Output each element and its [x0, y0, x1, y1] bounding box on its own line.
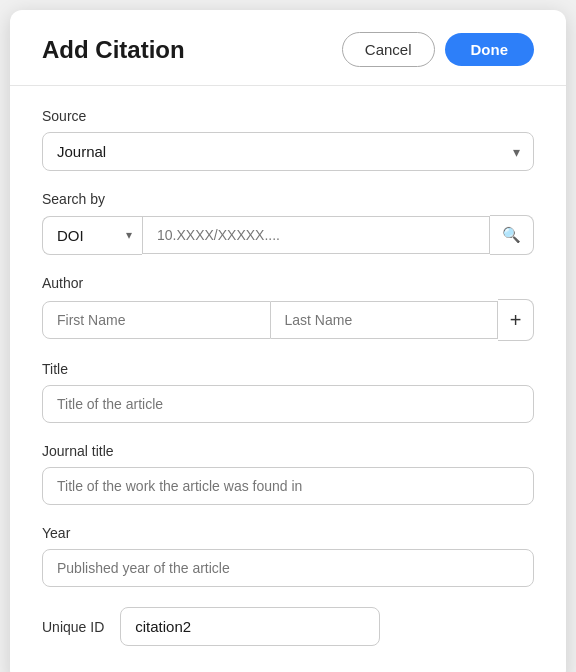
source-label: Source [42, 108, 534, 124]
search-by-group: Search by DOI ISBN URL Title ▾ 🔍 [42, 191, 534, 255]
done-button[interactable]: Done [445, 33, 535, 66]
search-type-select[interactable]: DOI ISBN URL Title [42, 216, 142, 255]
modal-body: Source Journal Book Website Conference O… [10, 86, 566, 672]
year-input[interactable] [42, 549, 534, 587]
search-type-wrapper: DOI ISBN URL Title ▾ [42, 216, 142, 255]
author-first-name-input[interactable] [42, 301, 271, 339]
journal-title-label: Journal title [42, 443, 534, 459]
modal-title: Add Citation [42, 36, 185, 64]
author-row: + [42, 299, 534, 341]
journal-title-input[interactable] [42, 467, 534, 505]
source-group: Source Journal Book Website Conference O… [42, 108, 534, 171]
unique-id-row: Unique ID [42, 607, 534, 646]
header-buttons: Cancel Done [342, 32, 534, 67]
author-label: Author [42, 275, 534, 291]
title-input[interactable] [42, 385, 534, 423]
modal-header: Add Citation Cancel Done [10, 10, 566, 86]
add-citation-modal: Add Citation Cancel Done Source Journal … [10, 10, 566, 672]
plus-icon: + [510, 309, 522, 332]
journal-title-group: Journal title [42, 443, 534, 505]
search-row: DOI ISBN URL Title ▾ 🔍 [42, 215, 534, 255]
cancel-button[interactable]: Cancel [342, 32, 435, 67]
year-label: Year [42, 525, 534, 541]
title-group: Title [42, 361, 534, 423]
year-group: Year [42, 525, 534, 587]
author-group: Author + [42, 275, 534, 341]
search-icon: 🔍 [502, 226, 521, 244]
add-author-button[interactable]: + [498, 299, 534, 341]
title-label: Title [42, 361, 534, 377]
unique-id-label: Unique ID [42, 619, 104, 635]
search-input[interactable] [142, 216, 490, 254]
unique-id-input[interactable] [120, 607, 380, 646]
author-last-name-input[interactable] [271, 301, 499, 339]
search-by-label: Search by [42, 191, 534, 207]
search-button[interactable]: 🔍 [490, 215, 534, 255]
source-select-wrapper: Journal Book Website Conference Other ▾ [42, 132, 534, 171]
source-select[interactable]: Journal Book Website Conference Other [42, 132, 534, 171]
